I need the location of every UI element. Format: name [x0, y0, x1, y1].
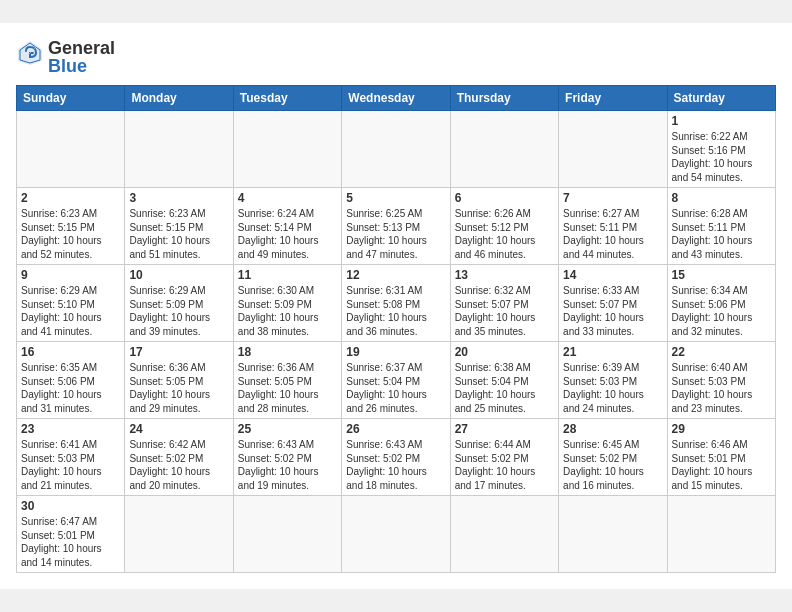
calendar-cell: 9Sunrise: 6:29 AM Sunset: 5:10 PM Daylig… [17, 265, 125, 342]
calendar-cell: 12Sunrise: 6:31 AM Sunset: 5:08 PM Dayli… [342, 265, 450, 342]
weekday-saturday: Saturday [667, 86, 775, 111]
day-number: 19 [346, 345, 445, 359]
calendar-cell: 28Sunrise: 6:45 AM Sunset: 5:02 PM Dayli… [559, 419, 667, 496]
day-number: 20 [455, 345, 554, 359]
calendar-cell [233, 111, 341, 188]
cell-content: Sunrise: 6:31 AM Sunset: 5:08 PM Dayligh… [346, 284, 445, 338]
calendar-cell: 15Sunrise: 6:34 AM Sunset: 5:06 PM Dayli… [667, 265, 775, 342]
logo-text-block: General Blue [48, 39, 115, 75]
cell-content: Sunrise: 6:44 AM Sunset: 5:02 PM Dayligh… [455, 438, 554, 492]
cell-content: Sunrise: 6:36 AM Sunset: 5:05 PM Dayligh… [129, 361, 228, 415]
calendar-cell: 30Sunrise: 6:47 AM Sunset: 5:01 PM Dayli… [17, 496, 125, 573]
day-number: 15 [672, 268, 771, 282]
cell-content: Sunrise: 6:29 AM Sunset: 5:09 PM Dayligh… [129, 284, 228, 338]
calendar-cell: 4Sunrise: 6:24 AM Sunset: 5:14 PM Daylig… [233, 188, 341, 265]
calendar-cell [17, 111, 125, 188]
calendar-cell: 10Sunrise: 6:29 AM Sunset: 5:09 PM Dayli… [125, 265, 233, 342]
cell-content: Sunrise: 6:42 AM Sunset: 5:02 PM Dayligh… [129, 438, 228, 492]
day-number: 3 [129, 191, 228, 205]
week-row-2: 9Sunrise: 6:29 AM Sunset: 5:10 PM Daylig… [17, 265, 776, 342]
cell-content: Sunrise: 6:30 AM Sunset: 5:09 PM Dayligh… [238, 284, 337, 338]
weekday-friday: Friday [559, 86, 667, 111]
calendar-cell: 1Sunrise: 6:22 AM Sunset: 5:16 PM Daylig… [667, 111, 775, 188]
week-row-4: 23Sunrise: 6:41 AM Sunset: 5:03 PM Dayli… [17, 419, 776, 496]
weekday-wednesday: Wednesday [342, 86, 450, 111]
day-number: 9 [21, 268, 120, 282]
cell-content: Sunrise: 6:27 AM Sunset: 5:11 PM Dayligh… [563, 207, 662, 261]
cell-content: Sunrise: 6:25 AM Sunset: 5:13 PM Dayligh… [346, 207, 445, 261]
logo-blue: Blue [48, 56, 87, 76]
cell-content: Sunrise: 6:43 AM Sunset: 5:02 PM Dayligh… [238, 438, 337, 492]
day-number: 5 [346, 191, 445, 205]
cell-content: Sunrise: 6:32 AM Sunset: 5:07 PM Dayligh… [455, 284, 554, 338]
calendar-cell: 18Sunrise: 6:36 AM Sunset: 5:05 PM Dayli… [233, 342, 341, 419]
calendar-cell [667, 496, 775, 573]
cell-content: Sunrise: 6:36 AM Sunset: 5:05 PM Dayligh… [238, 361, 337, 415]
day-number: 24 [129, 422, 228, 436]
calendar-cell: 24Sunrise: 6:42 AM Sunset: 5:02 PM Dayli… [125, 419, 233, 496]
day-number: 2 [21, 191, 120, 205]
day-number: 6 [455, 191, 554, 205]
cell-content: Sunrise: 6:26 AM Sunset: 5:12 PM Dayligh… [455, 207, 554, 261]
calendar-cell: 3Sunrise: 6:23 AM Sunset: 5:15 PM Daylig… [125, 188, 233, 265]
calendar-cell [559, 496, 667, 573]
cell-content: Sunrise: 6:39 AM Sunset: 5:03 PM Dayligh… [563, 361, 662, 415]
cell-content: Sunrise: 6:33 AM Sunset: 5:07 PM Dayligh… [563, 284, 662, 338]
day-number: 18 [238, 345, 337, 359]
calendar-cell: 21Sunrise: 6:39 AM Sunset: 5:03 PM Dayli… [559, 342, 667, 419]
weekday-tuesday: Tuesday [233, 86, 341, 111]
day-number: 11 [238, 268, 337, 282]
day-number: 26 [346, 422, 445, 436]
day-number: 22 [672, 345, 771, 359]
weekday-sunday: Sunday [17, 86, 125, 111]
cell-content: Sunrise: 6:23 AM Sunset: 5:15 PM Dayligh… [21, 207, 120, 261]
cell-content: Sunrise: 6:29 AM Sunset: 5:10 PM Dayligh… [21, 284, 120, 338]
calendar-cell: 8Sunrise: 6:28 AM Sunset: 5:11 PM Daylig… [667, 188, 775, 265]
header: General Blue [16, 39, 776, 75]
calendar-cell [450, 496, 558, 573]
calendar-cell [342, 496, 450, 573]
logo-icon [16, 39, 44, 67]
weekday-header-row: SundayMondayTuesdayWednesdayThursdayFrid… [17, 86, 776, 111]
cell-content: Sunrise: 6:37 AM Sunset: 5:04 PM Dayligh… [346, 361, 445, 415]
cell-content: Sunrise: 6:46 AM Sunset: 5:01 PM Dayligh… [672, 438, 771, 492]
calendar-cell: 17Sunrise: 6:36 AM Sunset: 5:05 PM Dayli… [125, 342, 233, 419]
cell-content: Sunrise: 6:38 AM Sunset: 5:04 PM Dayligh… [455, 361, 554, 415]
calendar-cell: 2Sunrise: 6:23 AM Sunset: 5:15 PM Daylig… [17, 188, 125, 265]
calendar-cell: 13Sunrise: 6:32 AM Sunset: 5:07 PM Dayli… [450, 265, 558, 342]
calendar-cell: 14Sunrise: 6:33 AM Sunset: 5:07 PM Dayli… [559, 265, 667, 342]
day-number: 8 [672, 191, 771, 205]
calendar-cell: 20Sunrise: 6:38 AM Sunset: 5:04 PM Dayli… [450, 342, 558, 419]
day-number: 29 [672, 422, 771, 436]
page: General Blue SundayMondayTuesdayWednesda… [0, 23, 792, 589]
weekday-monday: Monday [125, 86, 233, 111]
cell-content: Sunrise: 6:45 AM Sunset: 5:02 PM Dayligh… [563, 438, 662, 492]
day-number: 4 [238, 191, 337, 205]
calendar-cell [125, 496, 233, 573]
calendar-cell: 11Sunrise: 6:30 AM Sunset: 5:09 PM Dayli… [233, 265, 341, 342]
calendar-cell [125, 111, 233, 188]
cell-content: Sunrise: 6:41 AM Sunset: 5:03 PM Dayligh… [21, 438, 120, 492]
calendar-cell: 26Sunrise: 6:43 AM Sunset: 5:02 PM Dayli… [342, 419, 450, 496]
week-row-5: 30Sunrise: 6:47 AM Sunset: 5:01 PM Dayli… [17, 496, 776, 573]
calendar-cell [342, 111, 450, 188]
day-number: 7 [563, 191, 662, 205]
cell-content: Sunrise: 6:28 AM Sunset: 5:11 PM Dayligh… [672, 207, 771, 261]
logo: General Blue [16, 39, 115, 75]
cell-content: Sunrise: 6:22 AM Sunset: 5:16 PM Dayligh… [672, 130, 771, 184]
day-number: 27 [455, 422, 554, 436]
day-number: 25 [238, 422, 337, 436]
calendar-cell: 27Sunrise: 6:44 AM Sunset: 5:02 PM Dayli… [450, 419, 558, 496]
day-number: 12 [346, 268, 445, 282]
day-number: 1 [672, 114, 771, 128]
day-number: 21 [563, 345, 662, 359]
calendar-cell [233, 496, 341, 573]
calendar-cell: 16Sunrise: 6:35 AM Sunset: 5:06 PM Dayli… [17, 342, 125, 419]
weekday-thursday: Thursday [450, 86, 558, 111]
day-number: 13 [455, 268, 554, 282]
calendar-cell: 25Sunrise: 6:43 AM Sunset: 5:02 PM Dayli… [233, 419, 341, 496]
cell-content: Sunrise: 6:43 AM Sunset: 5:02 PM Dayligh… [346, 438, 445, 492]
day-number: 10 [129, 268, 228, 282]
day-number: 17 [129, 345, 228, 359]
logo-general: General [48, 38, 115, 58]
